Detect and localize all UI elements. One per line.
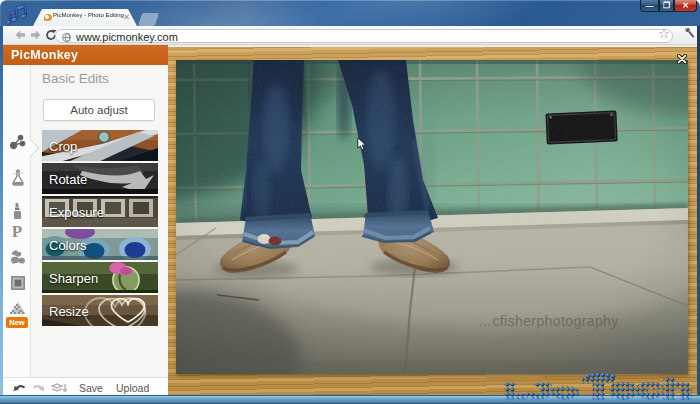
svg-text:Tech: Tech [584,373,692,404]
svg-text:i.Jo: i.Jo [504,380,578,402]
